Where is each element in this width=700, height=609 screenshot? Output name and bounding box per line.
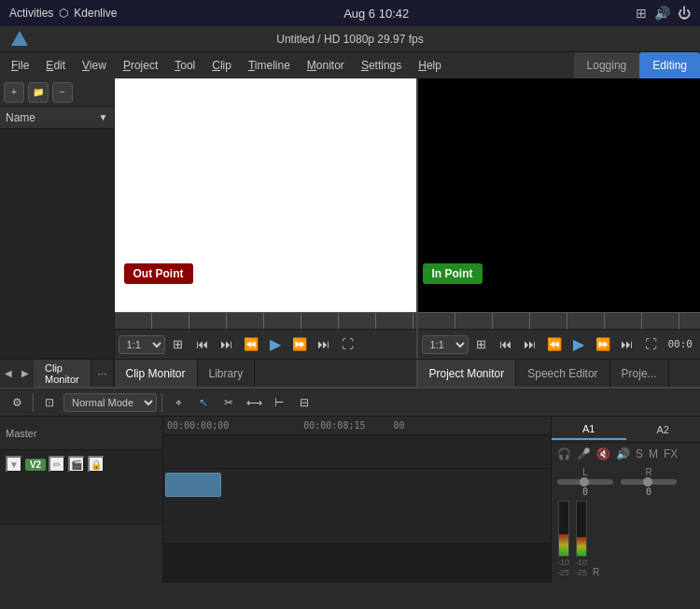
mixer-tab-a2[interactable]: A2 (626, 420, 701, 439)
tl-trim-button[interactable]: ⊢ (268, 391, 290, 414)
clip-monitor: Out Point 1:1 ⊞ ⏮ ⏭ ⏪ ▶ ⏩ ⏭ (115, 78, 418, 359)
rl-right-label: R (593, 567, 599, 577)
channel-rl-label: R (645, 467, 651, 477)
project-play-button[interactable]: ▶ (567, 333, 590, 356)
clip-fullscreen-button[interactable]: ⛶ (337, 333, 359, 356)
system-bar: Activities ⬡ Kdenlive Aug 6 10:42 ⊞ 🔊 ⏻ (0, 0, 700, 26)
mixer-tabs: A1 A2 (552, 417, 700, 443)
remove-clip-button[interactable]: − (52, 82, 73, 103)
volume-icon[interactable]: 🔊 (654, 6, 670, 21)
tab-dots-left[interactable]: ··· (91, 360, 113, 387)
tl-mode-icon: ⊡ (38, 391, 61, 414)
project-goto-end-button[interactable]: ⏭ (616, 333, 638, 356)
menu-help[interactable]: Help (411, 56, 449, 75)
v2-badge: V2 (25, 459, 46, 471)
channel-rl-value: 0 (646, 487, 651, 497)
monitors-row: Out Point 1:1 ⊞ ⏮ ⏭ ⏪ ▶ ⏩ ⏭ (115, 78, 701, 359)
grid-icon[interactable]: ⊞ (636, 6, 647, 21)
app-title: Untitled / HD 1080p 29.97 fps (276, 33, 423, 46)
project-fit-button[interactable]: ⊞ (470, 333, 493, 356)
master-track-label: Master (6, 428, 157, 439)
track-v2-collapse-button[interactable]: ▼ (6, 456, 22, 473)
clip-monitor-screen: Out Point (115, 78, 416, 312)
kdenlive-icon: ⬡ (59, 7, 68, 20)
mixer-tab-a1[interactable]: A1 (552, 419, 626, 440)
tab-project-monitor[interactable]: Project Monitor (418, 360, 517, 387)
menu-edit[interactable]: Edit (38, 56, 73, 75)
menu-clip[interactable]: Clip (204, 56, 239, 75)
track-v2-lock-button[interactable]: 🔒 (88, 456, 105, 473)
mixer-mute2-icon[interactable]: M (647, 446, 660, 462)
activities-label[interactable]: Activities (9, 7, 53, 20)
project-monitor-tab-bar: Project Monitor Speech Editor Proje... (418, 360, 701, 387)
ruler-marks (115, 313, 416, 329)
mixer-solo-icon[interactable]: S (634, 446, 645, 462)
tl-settings-button[interactable]: ⚙ (6, 391, 28, 414)
project-play-back-button[interactable]: ⏪ (543, 333, 566, 356)
tab-project-extra[interactable]: Proje... (610, 360, 669, 387)
menu-monitor[interactable]: Monitor (300, 56, 352, 75)
clip-nav-prev[interactable]: ◀ (0, 360, 17, 388)
mixer-headphone-icon[interactable]: 🎧 (555, 446, 573, 462)
menu-tool[interactable]: Tool (167, 56, 203, 75)
datetime-label: Aug 6 10:42 (343, 7, 409, 21)
track-v2-film-button[interactable]: 🎬 (68, 456, 85, 473)
menu-file[interactable]: File (4, 56, 36, 75)
clip-nav-next[interactable]: ▶ (17, 360, 34, 388)
app-name-label: Kdenlive (74, 7, 117, 20)
tl-multicam-button[interactable]: ⊟ (293, 391, 315, 414)
project-play-forward-button[interactable]: ⏩ (592, 333, 614, 356)
mixer-speaker-icon[interactable]: 🔊 (614, 446, 632, 462)
project-fullscreen-button[interactable]: ⛶ (640, 333, 663, 356)
folder-button[interactable]: 📁 (28, 82, 49, 103)
clip-fit-button[interactable]: ⊞ (167, 333, 189, 356)
left-panel: + 📁 − Name ▼ ◀ ▶ Clip Monitor ··· (0, 78, 115, 387)
tl-cut-button[interactable]: ✂ (217, 391, 240, 414)
fader-l[interactable] (557, 479, 613, 485)
menu-project[interactable]: Project (116, 56, 165, 75)
menu-timeline[interactable]: Timeline (241, 56, 298, 75)
menu-view[interactable]: View (75, 56, 114, 75)
clip-play-forward-button[interactable]: ⏩ (288, 333, 311, 356)
clip-goto-in-button[interactable]: ⏮ (191, 333, 214, 356)
tracks-content: 00:00:00;00 00:00:08;15 00 (163, 417, 551, 583)
clip-zoom-select[interactable]: 1:1 (119, 335, 165, 354)
mixer-mute-icon[interactable]: 🔇 (595, 446, 612, 462)
tab-clip-monitor[interactable]: Clip Monitor (115, 360, 198, 387)
clip-goto-end-button[interactable]: ⏭ (313, 333, 335, 356)
mode-select[interactable]: Normal Mode Overwrite Mode Insert Mode (63, 393, 157, 412)
tl-select-button[interactable]: ↖ (192, 391, 215, 414)
tl-spacer-button[interactable]: ⟷ (243, 391, 265, 414)
project-goto-in-button[interactable]: ⏮ (495, 333, 517, 356)
mixer-mic-icon[interactable]: 🎤 (575, 446, 593, 462)
tc-mid: 00:00:08;15 (303, 420, 365, 431)
timeline-area: ⚙ ⊡ Normal Mode Overwrite Mode Insert Mo… (0, 387, 700, 583)
name-header: Name ▼ (0, 106, 114, 129)
system-bar-right: ⊞ 🔊 ⏻ (636, 6, 691, 21)
add-clip-button[interactable]: + (4, 82, 24, 103)
tab-logging[interactable]: Logging (574, 52, 640, 78)
tab-speech-editor[interactable]: Speech Editor (516, 360, 609, 387)
clip-play-button[interactable]: ▶ (264, 333, 287, 356)
audio-mixer-panel: A1 A2 🎧 🎤 🔇 🔊 S M FX L 0 (551, 417, 700, 583)
project-zoom-select[interactable]: 1:1 (422, 335, 469, 354)
project-monitor-screen: In Point (418, 78, 701, 312)
in-point-badge: In Point (423, 263, 483, 284)
tl-snap-button[interactable]: ⌖ (167, 391, 189, 414)
power-icon[interactable]: ⏻ (678, 6, 691, 21)
tab-editing[interactable]: Editing (639, 52, 700, 78)
track-header-v2: ▼ V2 ✏ 🎬 🔒 (0, 450, 162, 525)
project-goto-out-button[interactable]: ⏭ (519, 333, 541, 356)
clip-play-back-button[interactable]: ⏪ (240, 333, 262, 356)
clip-block-1[interactable] (165, 473, 221, 497)
monitors-area: Out Point 1:1 ⊞ ⏮ ⏭ ⏪ ▶ ⏩ ⏭ (115, 78, 701, 387)
tab-clip-monitor-bottom[interactable]: Clip Monitor (34, 360, 91, 387)
fader-rl[interactable] (621, 479, 677, 485)
track-v2-edit-button[interactable]: ✏ (49, 456, 65, 473)
mixer-fx-icon[interactable]: FX (662, 446, 679, 462)
tracks-ruler: 00:00:00;00 00:00:08;15 00 (163, 417, 551, 435)
menu-settings[interactable]: Settings (354, 56, 409, 75)
vu-meter-l (558, 501, 569, 557)
tab-library[interactable]: Library (198, 360, 256, 387)
clip-goto-out-button[interactable]: ⏭ (216, 333, 238, 356)
